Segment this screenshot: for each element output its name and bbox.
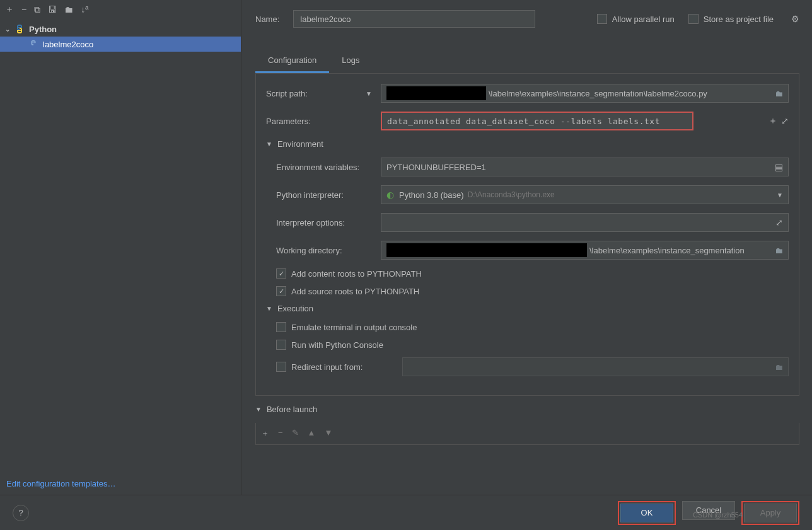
allow-parallel-check[interactable]: Allow parallel run — [597, 14, 675, 24]
expand-icon[interactable]: ⤢ — [775, 217, 783, 228]
dropdown-arrow-icon: ▼ — [777, 192, 783, 199]
main-panel: Name: Allow parallel run Store as projec… — [241, 0, 812, 495]
parameters-value: data_annotated data_dataset_coco --label… — [387, 117, 660, 126]
interpreter-opts-input[interactable]: ⤢ — [381, 213, 789, 232]
checkbox-icon — [276, 322, 286, 332]
store-project-check[interactable]: Store as project file — [688, 14, 774, 24]
add-content-roots-label: Add content roots to PYTHONPATH — [291, 269, 422, 279]
python-icon — [14, 23, 25, 35]
interpreter-path: D:\Anaconda3\python.exe — [468, 190, 555, 199]
run-python-console-label: Run with Python Console — [291, 340, 383, 350]
working-dir-label: Working directory: — [276, 246, 381, 255]
execution-label: Execution — [277, 304, 313, 313]
watermark: CSDN @rzh554 — [693, 511, 743, 519]
interpreter-opts-label: Interpreter options: — [276, 218, 381, 228]
script-path-value: \labelme\examples\instance_segmentation\… — [489, 89, 707, 98]
run-python-console-check[interactable]: Run with Python Console — [276, 340, 789, 350]
environment-label: Environment — [277, 139, 323, 149]
execution-section[interactable]: ▼ Execution — [266, 304, 789, 313]
browse-folder-icon: 🖿 — [775, 362, 783, 372]
apply-button[interactable]: Apply — [744, 504, 797, 522]
add-source-roots-check[interactable]: ✓ Add source roots to PYTHONPATH — [276, 286, 789, 296]
tree-item-labelme2coco[interactable]: labelme2coco — [0, 37, 241, 52]
save-icon[interactable]: 🖫 — [48, 4, 57, 14]
interpreter-name: Python 3.8 (base) — [399, 190, 464, 200]
redacted-block — [386, 243, 587, 257]
before-launch-toolbar: ＋ − ✎ ▲ ▼ — [255, 423, 799, 445]
add-content-roots-check[interactable]: ✓ Add content roots to PYTHONPATH — [276, 268, 789, 279]
add-icon[interactable]: ＋ — [768, 115, 777, 127]
collapse-arrow-icon: ▼ — [266, 141, 272, 147]
highlight-box: Apply — [741, 501, 799, 525]
dropdown-arrow-icon[interactable]: ▼ — [366, 90, 372, 97]
working-dir-value: \labelme\examples\instance_segmentation — [589, 246, 745, 255]
up-icon: ▲ — [308, 428, 316, 439]
edit-templates-link[interactable]: Edit configuration templates… — [0, 473, 241, 495]
collapse-arrow-icon: ▼ — [255, 406, 262, 413]
redirect-input-field: 🖿 — [402, 357, 789, 376]
parameters-label: Parameters: — [266, 117, 381, 126]
config-form: Script path: ▼ \labelme\examples\instanc… — [255, 74, 799, 396]
tree-item-label: labelme2coco — [43, 40, 93, 49]
python-loading-icon: ◐ — [386, 190, 394, 200]
allow-parallel-label: Allow parallel run — [612, 14, 675, 24]
name-label: Name: — [255, 14, 279, 24]
emulate-terminal-label: Emulate terminal in output console — [291, 323, 417, 332]
folder-icon[interactable]: 🖿 — [64, 4, 73, 14]
tabs: Configuration Logs — [255, 49, 799, 74]
add-icon[interactable]: ＋ — [261, 428, 269, 439]
parameters-input[interactable]: data_annotated data_dataset_coco --label… — [381, 112, 693, 130]
emulate-terminal-check[interactable]: Emulate terminal in output console — [276, 322, 789, 332]
name-input[interactable] — [293, 10, 535, 28]
checkbox-checked-icon: ✓ — [276, 286, 286, 296]
ok-button[interactable]: OK — [620, 504, 673, 522]
remove-icon[interactable]: − — [21, 4, 26, 14]
interpreter-label: Python interpreter: — [276, 190, 381, 200]
tree-group-label: Python — [29, 25, 57, 34]
interpreter-dropdown[interactable]: ◐ Python 3.8 (base) D:\Anaconda3\python.… — [381, 185, 789, 204]
expand-icon[interactable]: ⤢ — [781, 116, 789, 126]
down-icon: ▼ — [324, 428, 332, 439]
checkbox-checked-icon: ✓ — [276, 268, 286, 279]
copy-icon[interactable]: ⧉ — [34, 4, 40, 15]
before-launch-label: Before launch — [267, 405, 317, 414]
checkbox-icon — [276, 340, 286, 350]
help-button[interactable]: ? — [13, 505, 29, 521]
checkbox-icon — [276, 362, 286, 372]
working-dir-input[interactable]: \labelme\examples\instance_segmentation … — [381, 241, 789, 260]
remove-icon: − — [278, 428, 283, 439]
edit-icon: ✎ — [292, 428, 299, 439]
redacted-block — [386, 86, 486, 100]
env-vars-value: PYTHONUNBUFFERED=1 — [386, 163, 486, 172]
script-path-field[interactable]: \labelme\examples\instance_segmentation\… — [381, 84, 789, 103]
collapse-arrow-icon: ▼ — [266, 305, 272, 312]
tab-logs[interactable]: Logs — [329, 49, 372, 73]
expand-arrow-icon: ⌄ — [5, 26, 14, 33]
highlight-box: OK — [618, 501, 676, 525]
tree-group-python[interactable]: ⌄ Python — [0, 21, 241, 37]
redirect-input-label: Redirect input from: — [291, 362, 362, 372]
config-tree: ⌄ Python labelme2coco — [0, 19, 241, 473]
browse-folder-icon[interactable]: 🖿 — [775, 89, 783, 98]
config-tree-sidebar: ＋ − ⧉ 🖫 🖿 ↓ª ⌄ Python — [0, 0, 241, 495]
env-vars-input[interactable]: PYTHONUNBUFFERED=1 ▤ — [381, 158, 789, 176]
checkbox-icon — [597, 14, 607, 24]
tab-configuration[interactable]: Configuration — [255, 49, 329, 73]
env-vars-label: Environment variables: — [276, 163, 381, 172]
python-icon — [28, 38, 39, 50]
add-icon[interactable]: ＋ — [5, 4, 14, 15]
script-path-label: Script path: — [266, 89, 308, 98]
store-project-label: Store as project file — [704, 14, 774, 24]
list-icon[interactable]: ▤ — [775, 162, 783, 172]
gear-icon[interactable]: ⚙ — [791, 14, 799, 24]
sort-icon[interactable]: ↓ª — [81, 4, 88, 14]
dialog-footer: ? OK Cancel Apply — [0, 495, 812, 530]
browse-folder-icon[interactable]: 🖿 — [775, 246, 783, 255]
checkbox-icon — [688, 14, 699, 24]
environment-section[interactable]: ▼ Environment — [266, 139, 789, 149]
tree-toolbar: ＋ − ⧉ 🖫 🖿 ↓ª — [0, 0, 241, 19]
before-launch-section[interactable]: ▼ Before launch — [255, 405, 799, 414]
add-source-roots-label: Add source roots to PYTHONPATH — [291, 287, 419, 296]
redirect-input-check[interactable]: Redirect input from: — [276, 362, 402, 372]
